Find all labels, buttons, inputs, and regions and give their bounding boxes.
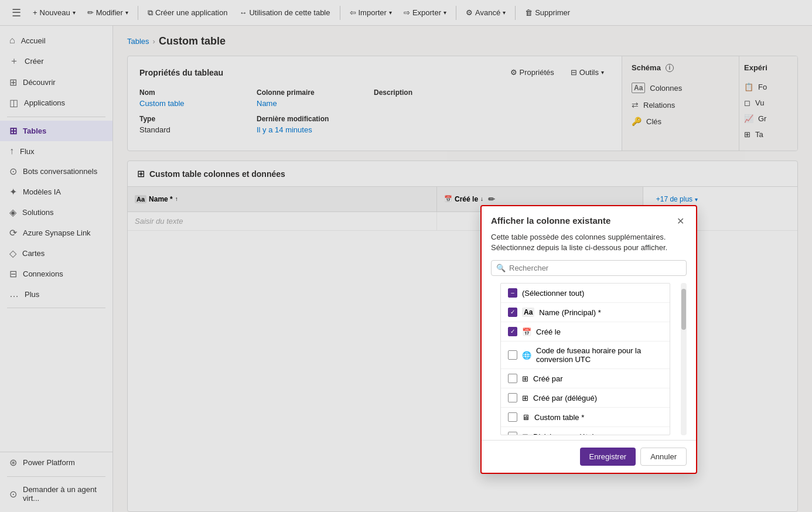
dialog-title: Afficher la colonne existante xyxy=(491,216,610,226)
dialog-item-division-proprietaire[interactable]: ⊞ Division propriétaire xyxy=(501,427,670,435)
dialog-item-label-name-principal: Name (Principal) * xyxy=(539,308,601,317)
timezone-icon: 🌐 xyxy=(522,351,531,360)
checkbox-cree-par[interactable] xyxy=(508,374,517,383)
dialog-scrollbar[interactable] xyxy=(681,283,687,435)
checkbox-custom-table[interactable] xyxy=(508,412,517,422)
enregistrer-button[interactable]: Enregistrer xyxy=(580,448,636,466)
dialog-description: Cette table possède des colonnes supplém… xyxy=(482,232,696,260)
name-principal-icon: Aa xyxy=(522,308,534,317)
cree-le-icon: 📅 xyxy=(522,327,531,336)
dialog-item-label-timezone: Code de fuseau horaire pour la conversio… xyxy=(536,346,663,364)
dialog-item-label-select-all: (Sélectionner tout) xyxy=(522,289,584,298)
dialog-overlay: Afficher la colonne existante ✕ Cette ta… xyxy=(0,0,812,512)
dialog-afficher-colonne: Afficher la colonne existante ✕ Cette ta… xyxy=(480,205,697,474)
checkbox-division-proprietaire[interactable] xyxy=(508,432,517,435)
dialog-item-label-custom-table: Custom table * xyxy=(534,413,584,422)
checkbox-cree-le[interactable]: ✓ xyxy=(508,327,517,336)
cree-par-delegue-icon: ⊞ xyxy=(522,394,528,402)
cree-par-icon: ⊞ xyxy=(522,374,528,383)
checkbox-name-principal[interactable]: ✓ xyxy=(508,308,517,317)
checkbox-select-all[interactable]: – xyxy=(508,288,517,298)
dialog-item-timezone[interactable]: 🌐 Code de fuseau horaire pour la convers… xyxy=(501,342,670,369)
division-icon: ⊞ xyxy=(522,432,528,436)
dialog-item-label-cree-le: Créé le xyxy=(536,327,561,336)
custom-table-icon: 🖥 xyxy=(522,413,530,422)
dialog-item-label-division-proprietaire: Division propriétaire xyxy=(533,432,601,436)
dialog-list: – (Sélectionner tout) ✓ Aa Name (Princip… xyxy=(500,283,670,435)
dialog-header: Afficher la colonne existante ✕ xyxy=(482,206,696,232)
dialog-search-input[interactable] xyxy=(509,264,681,272)
dialog-item-name-principal[interactable]: ✓ Aa Name (Principal) * xyxy=(501,303,670,322)
checkbox-timezone[interactable] xyxy=(508,350,517,360)
dialog-close-button[interactable]: ✕ xyxy=(674,216,687,227)
checkbox-cree-par-delegue[interactable] xyxy=(508,393,517,402)
dialog-list-area: – (Sélectionner tout) ✓ Aa Name (Princip… xyxy=(491,283,687,435)
dialog-item-custom-table[interactable]: 🖥 Custom table * xyxy=(501,408,670,427)
dialog-item-select-all[interactable]: – (Sélectionner tout) xyxy=(501,284,670,303)
dialog-search-container: 🔍 xyxy=(491,260,687,276)
dialog-item-cree-par-delegue[interactable]: ⊞ Créé par (délégué) xyxy=(501,388,670,408)
dialog-item-label-cree-par-delegue: Créé par (délégué) xyxy=(533,394,597,402)
dialog-item-cree-le[interactable]: ✓ 📅 Créé le xyxy=(501,322,670,342)
annuler-button[interactable]: Annuler xyxy=(640,448,687,466)
dialog-scrollbar-thumb[interactable] xyxy=(681,289,686,330)
dialog-item-label-cree-par: Créé par xyxy=(533,374,563,383)
search-icon: 🔍 xyxy=(496,264,506,272)
dialog-footer: Enregistrer Annuler xyxy=(482,440,696,473)
dialog-item-cree-par[interactable]: ⊞ Créé par xyxy=(501,369,670,388)
